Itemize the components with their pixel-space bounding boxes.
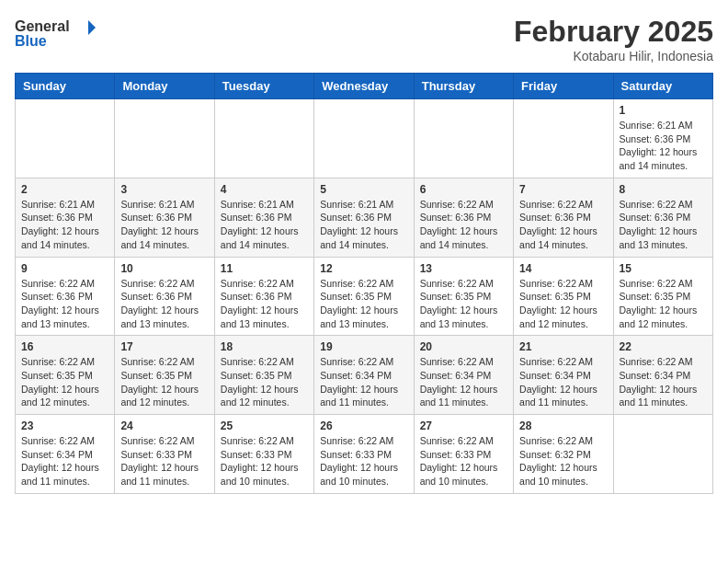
day-info: Sunrise: 6:22 AMSunset: 6:36 PMDaylight:… bbox=[620, 198, 707, 252]
calendar-cell: 4Sunrise: 6:21 AMSunset: 6:36 PMDaylight… bbox=[214, 178, 313, 257]
day-info: Sunrise: 6:22 AMSunset: 6:36 PMDaylight:… bbox=[120, 277, 208, 331]
calendar: SundayMondayTuesdayWednesdayThursdayFrid… bbox=[15, 73, 713, 494]
day-number: 11 bbox=[221, 262, 308, 275]
calendar-cell: 22Sunrise: 6:22 AMSunset: 6:34 PMDayligh… bbox=[613, 336, 712, 415]
day-number: 10 bbox=[120, 262, 208, 275]
day-info: Sunrise: 6:22 AMSunset: 6:33 PMDaylight:… bbox=[120, 434, 208, 488]
calendar-cell: 26Sunrise: 6:22 AMSunset: 6:33 PMDayligh… bbox=[314, 415, 414, 494]
day-number: 7 bbox=[519, 183, 607, 196]
svg-text:General: General bbox=[15, 18, 70, 34]
calendar-cell: 20Sunrise: 6:22 AMSunset: 6:34 PMDayligh… bbox=[414, 336, 513, 415]
calendar-cell: 9Sunrise: 6:22 AMSunset: 6:36 PMDaylight… bbox=[16, 257, 115, 336]
calendar-cell: 18Sunrise: 6:22 AMSunset: 6:35 PMDayligh… bbox=[214, 336, 313, 415]
calendar-cell: 6Sunrise: 6:22 AMSunset: 6:36 PMDaylight… bbox=[414, 178, 513, 257]
calendar-week-row: 9Sunrise: 6:22 AMSunset: 6:36 PMDaylight… bbox=[16, 257, 713, 336]
day-number: 16 bbox=[21, 340, 108, 353]
day-info: Sunrise: 6:22 AMSunset: 6:34 PMDaylight:… bbox=[620, 355, 707, 409]
calendar-cell: 23Sunrise: 6:22 AMSunset: 6:34 PMDayligh… bbox=[16, 415, 115, 494]
day-number: 22 bbox=[620, 340, 707, 353]
day-number: 17 bbox=[120, 340, 208, 353]
day-info: Sunrise: 6:22 AMSunset: 6:35 PMDaylight:… bbox=[620, 277, 707, 331]
calendar-week-row: 1Sunrise: 6:21 AMSunset: 6:36 PMDaylight… bbox=[16, 99, 713, 178]
calendar-cell bbox=[514, 99, 613, 178]
day-info: Sunrise: 6:21 AMSunset: 6:36 PMDaylight:… bbox=[620, 119, 707, 173]
day-info: Sunrise: 6:22 AMSunset: 6:34 PMDaylight:… bbox=[420, 355, 507, 409]
day-info: Sunrise: 6:22 AMSunset: 6:35 PMDaylight:… bbox=[519, 277, 607, 331]
day-number: 15 bbox=[620, 262, 707, 275]
day-info: Sunrise: 6:22 AMSunset: 6:36 PMDaylight:… bbox=[420, 198, 507, 252]
day-info: Sunrise: 6:22 AMSunset: 6:33 PMDaylight:… bbox=[221, 434, 308, 488]
day-number: 4 bbox=[221, 183, 308, 196]
calendar-cell bbox=[16, 99, 115, 178]
calendar-cell: 17Sunrise: 6:22 AMSunset: 6:35 PMDayligh… bbox=[115, 336, 214, 415]
day-number: 5 bbox=[320, 183, 407, 196]
day-info: Sunrise: 6:22 AMSunset: 6:33 PMDaylight:… bbox=[320, 434, 407, 488]
calendar-header-thursday: Thursday bbox=[414, 74, 513, 99]
calendar-cell bbox=[314, 99, 414, 178]
day-number: 18 bbox=[221, 340, 308, 353]
day-info: Sunrise: 6:22 AMSunset: 6:34 PMDaylight:… bbox=[320, 355, 407, 409]
day-number: 1 bbox=[620, 104, 707, 117]
day-number: 14 bbox=[519, 262, 607, 275]
day-info: Sunrise: 6:21 AMSunset: 6:36 PMDaylight:… bbox=[21, 198, 108, 252]
day-info: Sunrise: 6:22 AMSunset: 6:33 PMDaylight:… bbox=[420, 434, 507, 488]
calendar-cell bbox=[613, 415, 712, 494]
day-number: 19 bbox=[320, 340, 407, 353]
day-number: 13 bbox=[420, 262, 507, 275]
calendar-cell: 16Sunrise: 6:22 AMSunset: 6:35 PMDayligh… bbox=[16, 336, 115, 415]
calendar-header-friday: Friday bbox=[514, 74, 613, 99]
day-number: 3 bbox=[120, 183, 208, 196]
day-info: Sunrise: 6:22 AMSunset: 6:35 PMDaylight:… bbox=[221, 355, 308, 409]
calendar-cell: 21Sunrise: 6:22 AMSunset: 6:34 PMDayligh… bbox=[514, 336, 613, 415]
calendar-cell: 3Sunrise: 6:21 AMSunset: 6:36 PMDaylight… bbox=[115, 178, 214, 257]
calendar-cell: 27Sunrise: 6:22 AMSunset: 6:33 PMDayligh… bbox=[414, 415, 513, 494]
day-number: 12 bbox=[320, 262, 407, 275]
day-info: Sunrise: 6:22 AMSunset: 6:35 PMDaylight:… bbox=[420, 277, 507, 331]
day-number: 9 bbox=[21, 262, 108, 275]
calendar-cell: 11Sunrise: 6:22 AMSunset: 6:36 PMDayligh… bbox=[214, 257, 313, 336]
calendar-week-row: 16Sunrise: 6:22 AMSunset: 6:35 PMDayligh… bbox=[16, 336, 713, 415]
day-info: Sunrise: 6:22 AMSunset: 6:34 PMDaylight:… bbox=[21, 434, 108, 488]
calendar-cell: 24Sunrise: 6:22 AMSunset: 6:33 PMDayligh… bbox=[115, 415, 214, 494]
day-number: 21 bbox=[519, 340, 607, 353]
day-info: Sunrise: 6:22 AMSunset: 6:36 PMDaylight:… bbox=[221, 277, 308, 331]
calendar-header-sunday: Sunday bbox=[16, 74, 115, 99]
day-info: Sunrise: 6:22 AMSunset: 6:35 PMDaylight:… bbox=[21, 355, 108, 409]
calendar-cell: 2Sunrise: 6:21 AMSunset: 6:36 PMDaylight… bbox=[16, 178, 115, 257]
calendar-cell: 5Sunrise: 6:21 AMSunset: 6:36 PMDaylight… bbox=[314, 178, 414, 257]
day-number: 6 bbox=[420, 183, 507, 196]
calendar-cell: 7Sunrise: 6:22 AMSunset: 6:36 PMDaylight… bbox=[514, 178, 613, 257]
svg-text:Blue: Blue bbox=[15, 33, 47, 49]
calendar-cell: 1Sunrise: 6:21 AMSunset: 6:36 PMDaylight… bbox=[613, 99, 712, 178]
calendar-cell bbox=[214, 99, 313, 178]
calendar-header-saturday: Saturday bbox=[613, 74, 712, 99]
day-info: Sunrise: 6:22 AMSunset: 6:34 PMDaylight:… bbox=[519, 355, 607, 409]
day-info: Sunrise: 6:21 AMSunset: 6:36 PMDaylight:… bbox=[120, 198, 208, 252]
day-info: Sunrise: 6:22 AMSunset: 6:36 PMDaylight:… bbox=[21, 277, 108, 331]
calendar-header-monday: Monday bbox=[115, 74, 214, 99]
day-info: Sunrise: 6:21 AMSunset: 6:36 PMDaylight:… bbox=[320, 198, 407, 252]
day-info: Sunrise: 6:22 AMSunset: 6:35 PMDaylight:… bbox=[120, 355, 208, 409]
svg-marker-2 bbox=[88, 20, 96, 35]
day-info: Sunrise: 6:22 AMSunset: 6:35 PMDaylight:… bbox=[320, 277, 407, 331]
day-number: 27 bbox=[420, 419, 507, 432]
calendar-cell: 8Sunrise: 6:22 AMSunset: 6:36 PMDaylight… bbox=[613, 178, 712, 257]
day-number: 23 bbox=[21, 419, 108, 432]
day-number: 25 bbox=[221, 419, 308, 432]
calendar-cell: 14Sunrise: 6:22 AMSunset: 6:35 PMDayligh… bbox=[514, 257, 613, 336]
day-number: 24 bbox=[120, 419, 208, 432]
calendar-cell: 13Sunrise: 6:22 AMSunset: 6:35 PMDayligh… bbox=[414, 257, 513, 336]
day-number: 8 bbox=[620, 183, 707, 196]
calendar-header-tuesday: Tuesday bbox=[214, 74, 313, 99]
calendar-cell: 15Sunrise: 6:22 AMSunset: 6:35 PMDayligh… bbox=[613, 257, 712, 336]
logo-svg: General Blue bbox=[15, 15, 97, 50]
page-header: General Blue February 2025 Kotabaru Hili… bbox=[15, 15, 713, 63]
calendar-cell bbox=[414, 99, 513, 178]
logo: General Blue bbox=[15, 15, 97, 50]
calendar-cell: 12Sunrise: 6:22 AMSunset: 6:35 PMDayligh… bbox=[314, 257, 414, 336]
calendar-week-row: 23Sunrise: 6:22 AMSunset: 6:34 PMDayligh… bbox=[16, 415, 713, 494]
month-title: February 2025 bbox=[514, 15, 713, 49]
day-info: Sunrise: 6:21 AMSunset: 6:36 PMDaylight:… bbox=[221, 198, 308, 252]
calendar-cell: 25Sunrise: 6:22 AMSunset: 6:33 PMDayligh… bbox=[214, 415, 313, 494]
day-number: 20 bbox=[420, 340, 507, 353]
